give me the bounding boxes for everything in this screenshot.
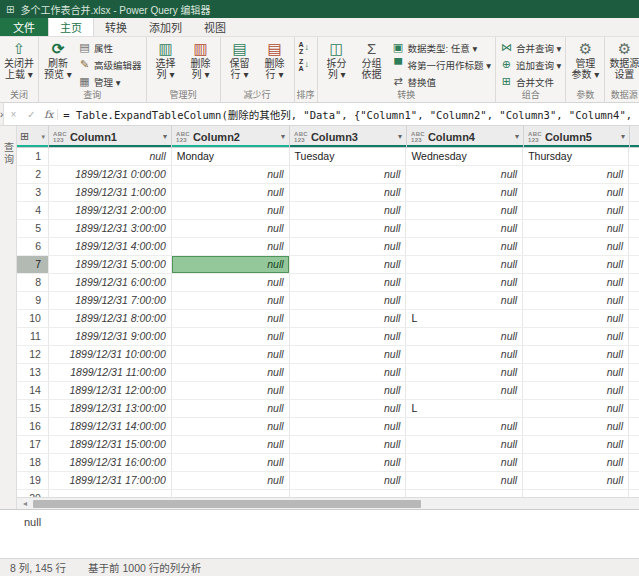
grid-cell[interactable]: null [406, 274, 523, 291]
grid-cell[interactable]: null [523, 328, 629, 345]
ribbon-button[interactable]: ⚙管理参数 ▾ [568, 38, 602, 80]
grid-cell[interactable]: 1899/12/31 8:00:00 [49, 310, 172, 327]
grid-cell[interactable]: 1899/12/31 0:00:00 [49, 166, 172, 183]
grid-cell[interactable]: null [523, 364, 629, 381]
row-number[interactable]: 10 [17, 310, 49, 327]
ribbon-button[interactable]: ▤删除行 ▾ [258, 38, 292, 80]
grid-cell[interactable]: 1899/12/31 16:00:00 [49, 454, 172, 471]
grid-cell[interactable]: null [523, 472, 629, 489]
column-header[interactable]: ABC123Column3▾ [290, 126, 407, 147]
row-number[interactable]: 16 [17, 418, 49, 435]
grid-cell[interactable]: null [172, 238, 290, 255]
grid-cell[interactable]: null [406, 454, 523, 471]
grid-cell[interactable]: null [172, 256, 290, 273]
row-number[interactable]: 12 [17, 346, 49, 363]
column-header[interactable]: ABC123Column1▾ [49, 126, 172, 147]
cancel-icon[interactable]: × [4, 109, 22, 120]
grid-cell[interactable]: null [406, 364, 523, 381]
grid-cell[interactable]: null [406, 472, 523, 489]
row-number[interactable]: 19 [17, 472, 49, 489]
grid-cell[interactable]: null [406, 292, 523, 309]
grid-cell[interactable]: null [523, 256, 629, 273]
grid-cell[interactable]: Thursday [523, 148, 629, 165]
grid-cell[interactable]: null [172, 364, 290, 381]
grid-cell[interactable]: null [172, 202, 290, 219]
tab-home[interactable]: 主页 [48, 18, 94, 36]
grid-cell[interactable]: null [172, 436, 290, 453]
queries-pane-collapsed[interactable]: 查询 [0, 126, 17, 509]
grid-cell[interactable]: null [172, 166, 290, 183]
ribbon-button[interactable]: AZ↓ [297, 40, 314, 55]
ribbon-button[interactable]: ▦管理 ▾ [76, 74, 144, 89]
grid-cell[interactable]: 1899/12/31 14:00:00 [49, 418, 172, 435]
ribbon-button[interactable]: ⋈合并查询 ▾ [498, 40, 563, 55]
grid-cell[interactable]: null [172, 274, 290, 291]
scrollbar-thumb[interactable] [33, 500, 421, 508]
row-number[interactable]: 14 [17, 382, 49, 399]
grid-cell[interactable]: null [172, 292, 290, 309]
ribbon-button[interactable]: ⚙数据源设置 [607, 38, 639, 80]
grid-cell[interactable]: null [523, 202, 629, 219]
fx-icon[interactable]: fx [40, 109, 58, 120]
grid-cell[interactable]: null [290, 328, 407, 345]
grid-cell[interactable]: null [290, 382, 407, 399]
grid-cell[interactable] [290, 490, 407, 497]
ribbon-button[interactable]: ⇄替换值 [390, 74, 493, 89]
grid-cell[interactable]: 1899/12/31 11:00:00 [49, 364, 172, 381]
row-number[interactable]: 3 [17, 184, 49, 201]
row-number[interactable]: 20 [17, 490, 49, 497]
grid-cell[interactable]: null [406, 202, 523, 219]
row-number[interactable]: 1 [17, 148, 49, 165]
grid-cell[interactable]: 1899/12/31 7:00:00 [49, 292, 172, 309]
grid-cell[interactable]: null [49, 148, 172, 165]
grid-cell[interactable]: null [523, 274, 629, 291]
ribbon-button[interactable]: ▣数据类型: 任意 ▾ [390, 40, 493, 55]
grid-cell[interactable]: null [523, 220, 629, 237]
row-number[interactable]: 13 [17, 364, 49, 381]
filter-icon[interactable]: ▾ [163, 132, 167, 141]
grid-cell[interactable]: null [172, 418, 290, 435]
grid-cell[interactable]: 1899/12/31 17:00:00 [49, 472, 172, 489]
ribbon-button[interactable]: ◫拆分列 ▾ [320, 38, 354, 80]
grid-cell[interactable]: null [172, 184, 290, 201]
grid-cell[interactable]: 1899/12/31 12:00:00 [49, 382, 172, 399]
grid-cell[interactable]: null [406, 346, 523, 363]
grid-cell[interactable]: null [523, 310, 629, 327]
grid-cell[interactable]: null [172, 310, 290, 327]
grid-cell[interactable]: null [290, 364, 407, 381]
check-icon[interactable]: ✓ [22, 109, 40, 120]
grid-cell[interactable]: 1899/12/31 13:00:00 [49, 400, 172, 417]
filter-icon[interactable]: ▾ [515, 132, 519, 141]
ribbon-button[interactable]: ▀将第一行用作标题 ▾ [390, 57, 493, 72]
row-number[interactable]: 6 [17, 238, 49, 255]
grid-cell[interactable]: null [290, 184, 407, 201]
grid-cell[interactable]: Monday [172, 148, 290, 165]
scroll-left-icon[interactable]: ◂ [17, 499, 33, 508]
row-number[interactable]: 5 [17, 220, 49, 237]
grid-cell[interactable]: null [290, 310, 407, 327]
grid-cell[interactable]: null [172, 220, 290, 237]
ribbon-button[interactable]: ⊞合并文件 [498, 74, 563, 89]
ribbon-button[interactable]: ▥删除列 ▾ [184, 38, 218, 80]
grid-cell[interactable]: null [172, 346, 290, 363]
ribbon-button[interactable]: ⟳刷新预览 ▾ [41, 38, 75, 80]
grid-cell[interactable] [406, 490, 523, 497]
row-number[interactable]: 15 [17, 400, 49, 417]
grid-cell[interactable]: null [523, 184, 629, 201]
grid-cell[interactable]: null [290, 202, 407, 219]
grid-cell[interactable]: null [172, 400, 290, 417]
ribbon-button[interactable]: ▥选择列 ▾ [149, 38, 183, 80]
grid-cell[interactable]: 1899/12/31 1:00:00 [49, 184, 172, 201]
grid-cell[interactable]: Tuesday [290, 148, 407, 165]
grid-cell[interactable]: null [172, 454, 290, 471]
tab-file[interactable]: 文件 [0, 18, 48, 36]
grid-cell[interactable]: 1899/12/31 6:00:00 [49, 274, 172, 291]
row-number[interactable]: 4 [17, 202, 49, 219]
ribbon-button[interactable]: ⇧关闭并上载 ▾ [2, 38, 36, 80]
row-number[interactable]: 17 [17, 436, 49, 453]
ribbon-button[interactable]: ZA↓ [297, 57, 314, 72]
row-number[interactable]: 2 [17, 166, 49, 183]
formula-input[interactable]: = Table.ExpandTableColumn(删除的其他列, "Data"… [63, 107, 639, 122]
grid-cell[interactable]: null [290, 238, 407, 255]
filter-icon[interactable]: ▾ [398, 132, 402, 141]
